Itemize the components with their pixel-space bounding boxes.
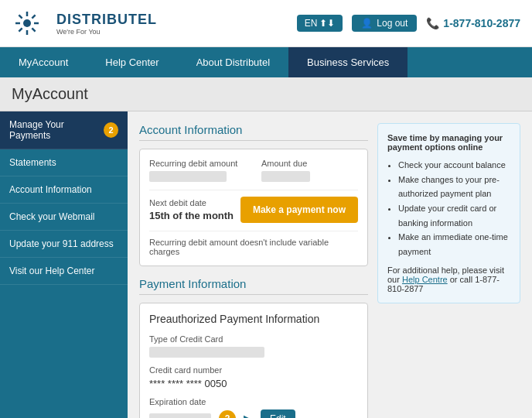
cc-type-label: Type of Credit Card [149,334,358,344]
next-debit-value: 15th of the month [149,210,234,221]
preauth-title: Preauthorized Payment Information [149,313,358,325]
arrow-icon: ▶ [244,412,253,419]
language-button[interactable]: EN ⬆⬇ [297,15,343,32]
make-payment-button[interactable]: Make a payment now [240,197,358,223]
amount-due-label: Amount due [261,159,358,168]
sidebar-item-manage-payments[interactable]: Manage Your Payments 2 [0,111,128,149]
phone-number: 📞 1-877-810-2877 [426,17,520,29]
amounts-row: Recurring debit amount Amount due [149,159,358,182]
recurring-value [149,171,227,182]
info-box-list: Check your account balance Make changes … [387,158,510,259]
cc-type-value [149,347,264,358]
account-info-card: Recurring debit amount Amount due Next d… [139,149,368,266]
sidebar: Manage Your Payments 2 Statements Accoun… [0,111,128,418]
info-box-footer: For additional help, please visit our He… [387,266,510,293]
logo-area: DISTRIBUTEL We're For You [12,8,157,39]
cc-number-value: **** **** **** 0050 [149,378,264,389]
sidebar-item-webmail[interactable]: Check your Webmail [0,204,128,231]
logo-text: DISTRIBUTEL We're For You [56,12,157,36]
debit-date-info: Next debit date 15th of the month [149,198,234,221]
svg-point-8 [23,19,31,27]
logo-tagline: We're For You [56,28,157,36]
info-item-4: Make an immediate one-time payment [398,230,510,259]
info-item-2: Make changes to your pre-authorized paym… [398,173,510,201]
expiration-value [149,413,211,418]
main-nav: MyAccount Help Center About Distributel … [0,47,532,77]
main-layout: Manage Your Payments 2 Statements Accoun… [0,111,532,418]
header: DISTRIBUTEL We're For You EN ⬆⬇ 👤 Log ou… [0,0,532,47]
logo-name: DISTRIBUTEL [56,12,157,28]
header-right: EN ⬆⬇ 👤 Log out 📞 1-877-810-2877 [297,15,520,32]
payment-info-section: Payment Information Preauthorized Paymen… [139,277,368,418]
cc-number-label: Credit card number [149,365,358,375]
content-area: Account Information Recurring debit amou… [128,111,532,418]
step-3-badge: 3 [219,410,236,418]
help-centre-link[interactable]: Help Centre [402,275,448,284]
sidebar-item-statements[interactable]: Statements [0,149,128,176]
preauth-card: Preauthorized Payment Information Type o… [139,303,368,418]
content-main: Account Information Recurring debit amou… [139,123,368,418]
page-title: MyAccount [12,85,520,103]
logout-button[interactable]: 👤 Log out [352,15,417,32]
info-box: Save time by managing your payment optio… [377,123,520,303]
expiration-label: Expiration date [149,397,358,406]
info-box-title: Save time by managing your payment optio… [387,133,510,152]
payment-info-heading: Payment Information [139,277,368,295]
amount-due-field: Amount due [261,159,358,182]
logo-icon [12,8,50,39]
user-icon: 👤 [361,18,373,29]
recurring-field: Recurring debit amount [149,159,246,182]
svg-line-5 [19,28,22,31]
svg-line-7 [19,15,22,18]
edit-button[interactable]: Edit [261,409,295,418]
expiration-row: 3 ▶ Edit [149,409,358,418]
credit-card-type-field: Type of Credit Card [149,334,358,358]
info-sidebar: Save time by managing your payment optio… [377,123,520,418]
info-item-1: Check your account balance [398,158,510,173]
debit-date-row: Next debit date 15th of the month Make a… [149,197,358,223]
phone-icon: 📞 [426,17,439,29]
nav-about[interactable]: About Distributel [178,47,288,77]
page-title-bar: MyAccount [0,77,532,111]
account-info-heading: Account Information [139,123,368,141]
nav-myaccount[interactable]: MyAccount [0,47,87,77]
account-info-section: Account Information Recurring debit amou… [139,123,368,266]
expiration-field: Expiration date 3 ▶ Edit [149,397,358,418]
svg-line-1 [32,15,35,18]
recurring-label: Recurring debit amount [149,159,246,168]
manage-payments-badge: 2 [104,122,118,138]
credit-card-number-field: Credit card number **** **** **** 0050 [149,365,358,389]
amount-due-value [261,171,310,182]
recurring-note: Recurring debit amount doesn't include v… [149,238,358,256]
nav-help-center[interactable]: Help Center [87,47,177,77]
nav-business[interactable]: Business Services [288,47,408,77]
next-debit-label: Next debit date [149,198,234,207]
info-item-3: Update your credit card or banking infor… [398,201,510,230]
sidebar-item-account-info[interactable]: Account Information [0,176,128,204]
svg-line-3 [32,28,35,31]
sidebar-item-help-center[interactable]: Visit our Help Center [0,258,128,285]
sidebar-item-911[interactable]: Update your 911 address [0,231,128,258]
